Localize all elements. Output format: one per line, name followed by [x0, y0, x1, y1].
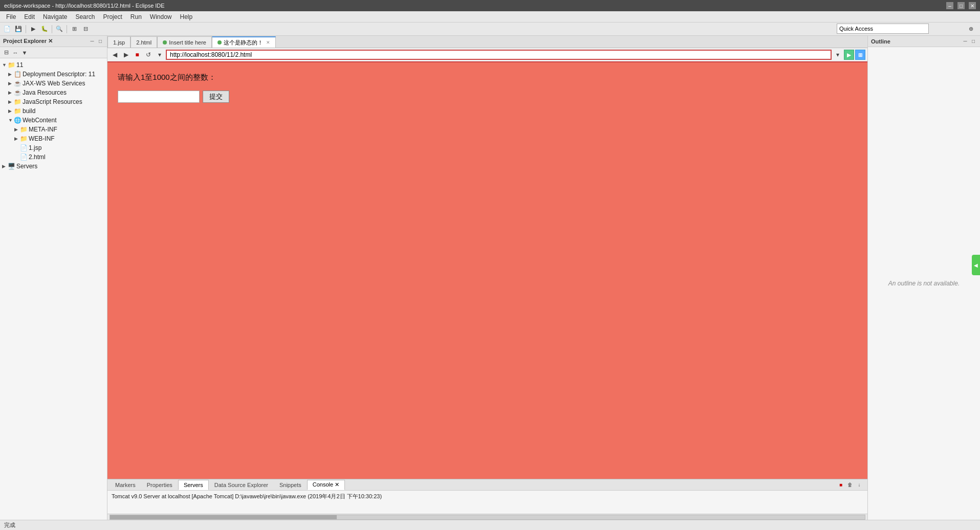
- menu-run[interactable]: Run: [126, 12, 146, 21]
- tree-item-11[interactable]: ▼ 📁 11: [0, 60, 107, 70]
- tree-item-js[interactable]: ▶ 📁 JavaScript Resources: [0, 97, 107, 106]
- close-button[interactable]: ✕: [969, 2, 976, 9]
- expand-arrow-metainf: ▶: [14, 127, 19, 132]
- webinf-icon: 📁: [19, 135, 28, 142]
- maximize-button[interactable]: □: [957, 2, 965, 9]
- search-btn[interactable]: 🔍: [54, 24, 64, 34]
- expand-arrow-webinf: ▶: [14, 136, 19, 141]
- outline-text: An outline is not available.: [888, 280, 960, 287]
- tab-2html[interactable]: 2.html: [130, 36, 157, 48]
- browser-bar: ◀ ▶ ■ ↺ ▾ ▾ ▶ ⊞: [107, 48, 867, 62]
- submit-button[interactable]: 提交: [203, 91, 229, 103]
- tree-item-webinf[interactable]: ▶ 📁 WEB-INF: [0, 134, 107, 143]
- metainf-icon: 📁: [19, 126, 28, 133]
- menu-search[interactable]: Search: [71, 12, 99, 21]
- forward-button[interactable]: ▶: [121, 50, 131, 60]
- form-row: 提交: [118, 91, 857, 103]
- save-btn[interactable]: 💾: [13, 24, 24, 34]
- tree-item-webcontent[interactable]: ▼ 🌐 WebContent: [0, 116, 107, 125]
- quick-access-label: Quick Access: [839, 26, 873, 32]
- expand-arrow-js: ▶: [8, 99, 13, 104]
- main-toolbar: 📄 💾 ▶ 🐛 🔍 ⊞ ⊟ Quick Access ⊕: [0, 23, 980, 36]
- bottom-tab-datasource[interactable]: Data Source Explorer: [209, 480, 274, 490]
- menu-file[interactable]: File: [2, 12, 20, 21]
- console-scroll-btn[interactable]: ↓: [855, 482, 863, 488]
- open-perspective-btn[interactable]: ⊕: [966, 24, 976, 34]
- outline-title: Outline: [871, 38, 890, 45]
- outline-empty-message: An outline is not available.: [868, 47, 980, 520]
- bottom-tab-servers[interactable]: Servers: [178, 480, 209, 490]
- bottom-tab-snippets[interactable]: Snippets: [274, 480, 307, 490]
- tree-item-metainf[interactable]: ▶ 📁 META-INF: [0, 125, 107, 134]
- tree-item-servers[interactable]: ▶ 🖥️ Servers: [0, 162, 107, 171]
- tree-label-2html: 2.html: [29, 153, 46, 161]
- maximize-outline-btn[interactable]: □: [970, 38, 977, 44]
- tree-label-11: 11: [16, 61, 23, 69]
- perspective-btn[interactable]: ⊞: [69, 24, 79, 34]
- link-editor-btn[interactable]: ↔: [11, 50, 19, 56]
- url-input[interactable]: [166, 50, 832, 60]
- status-text: 完成: [4, 521, 15, 529]
- right-edge-button[interactable]: ◀: [972, 255, 980, 275]
- menu-edit[interactable]: Edit: [20, 12, 39, 21]
- titlebar: eclipse-workspace - http://localhost:808…: [0, 0, 980, 11]
- url-dropdown-button[interactable]: ▾: [833, 50, 843, 60]
- tab-bar: 1.jsp 2.html Insert title here 这个是静态的！ ✕: [107, 36, 867, 48]
- tree-item-java[interactable]: ▶ ☕ Java Resources: [0, 88, 107, 97]
- expand-arrow-jaxws: ▶: [8, 81, 13, 86]
- tab-1jsp[interactable]: 1.jsp: [107, 36, 130, 48]
- menu-navigate[interactable]: Navigate: [39, 12, 71, 21]
- tab-label-1jsp: 1.jsp: [113, 39, 125, 46]
- back-button[interactable]: ◀: [110, 50, 120, 60]
- bottom-tab-properties[interactable]: Properties: [141, 480, 178, 490]
- statusbar: 完成: [0, 520, 980, 530]
- bottom-scrollbar[interactable]: [107, 514, 867, 520]
- open-browser-button[interactable]: ⊞: [855, 50, 865, 60]
- minimize-outline-btn[interactable]: ─: [962, 38, 969, 44]
- new-btn[interactable]: 📄: [2, 24, 12, 34]
- refresh-button[interactable]: ↺: [143, 50, 154, 60]
- views-btn[interactable]: ⊟: [80, 24, 91, 34]
- menu-project[interactable]: Project: [99, 12, 126, 21]
- collapse-all-btn[interactable]: ⊟: [2, 49, 10, 56]
- bottom-tab-markers[interactable]: Markers: [110, 480, 141, 490]
- debug-btn[interactable]: 🐛: [39, 24, 50, 34]
- expand-arrow-11: ▼: [2, 62, 7, 68]
- bottom-tab-console[interactable]: Console ✕: [307, 480, 345, 490]
- project-explorer-header: Project Explorer ✕ ─ □: [0, 36, 107, 47]
- tree-item-build[interactable]: ▶ 📁 build: [0, 106, 107, 116]
- scroll-thumb[interactable]: [110, 515, 337, 519]
- menubar: File Edit Navigate Search Project Run Wi…: [0, 11, 980, 23]
- toolbar-sep-3: [67, 25, 67, 33]
- tab-label-insert-title: Insert title here: [169, 39, 206, 46]
- go-button[interactable]: ▶: [844, 50, 854, 60]
- project-tree: ▼ 📁 11 ▶ 📋 Deployment Descriptor: 11 ▶ ☕…: [0, 58, 107, 520]
- menu-help[interactable]: Help: [176, 12, 197, 21]
- maximize-panel-btn[interactable]: □: [97, 38, 104, 44]
- tree-item-jaxws[interactable]: ▶ ☕ JAX-WS Web Services: [0, 79, 107, 88]
- js-icon: 📁: [13, 98, 21, 105]
- scroll-track[interactable]: [110, 515, 865, 520]
- dropdown-button[interactable]: ▾: [155, 50, 165, 60]
- outline-header-btns: ─ □: [962, 38, 977, 44]
- deployment-icon: 📋: [13, 71, 21, 78]
- quick-access-input[interactable]: Quick Access: [837, 24, 929, 34]
- run-btn[interactable]: ▶: [28, 24, 38, 34]
- console-clear-btn[interactable]: 🗑: [846, 482, 854, 488]
- tree-item-deployment[interactable]: ▶ 📋 Deployment Descriptor: 11: [0, 70, 107, 79]
- tree-item-1jsp[interactable]: 📄 1.jsp: [0, 143, 107, 152]
- tree-item-2html[interactable]: 📄 2.html: [0, 152, 107, 162]
- tab-insert-title[interactable]: Insert title here: [157, 36, 212, 48]
- new-item-btn[interactable]: ▼: [20, 50, 29, 56]
- minimize-button[interactable]: –: [946, 2, 953, 9]
- main-area: Project Explorer ✕ ─ □ ⊟ ↔ ▼ ▼ 📁 11 ▶ 📋 …: [0, 36, 980, 520]
- stop-button[interactable]: ■: [132, 50, 142, 60]
- number-input[interactable]: [118, 91, 200, 103]
- sidebar-toolbar: ⊟ ↔ ▼: [0, 47, 107, 58]
- tab-close-static[interactable]: ✕: [266, 40, 270, 45]
- menu-window[interactable]: Window: [146, 12, 176, 21]
- tab-dot-static: [217, 40, 222, 45]
- tab-static[interactable]: 这个是静态的！ ✕: [212, 36, 276, 48]
- console-stop-btn[interactable]: ■: [837, 482, 845, 488]
- minimize-panel-btn[interactable]: ─: [89, 38, 96, 44]
